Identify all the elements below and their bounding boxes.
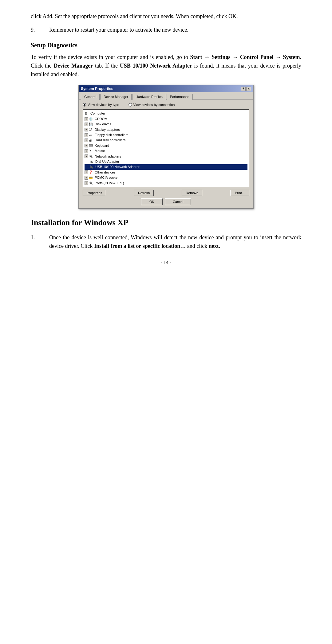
step-9-text: Remember to restart your computer to act… (49, 26, 301, 34)
pcmcia-icon: 💳 (89, 176, 94, 180)
mouse-icon: 🖱 (89, 149, 94, 153)
system-devices-icon: 🖥 (89, 186, 94, 188)
tab-hardware-profiles[interactable]: Hardware Profiles (132, 94, 166, 100)
disk-icon: 💾 (89, 122, 94, 127)
radio-by-type[interactable]: View devices by type (83, 103, 119, 107)
dialog-action-buttons: Properties Refresh Remove Print... (83, 190, 249, 196)
dialog-titlebar: System Properties ? × (79, 85, 253, 92)
keyboard-icon: ⌨ (89, 143, 94, 148)
refresh-button[interactable]: Refresh (134, 190, 154, 196)
intro-text: click Add. Set the appropriate protocols… (31, 13, 238, 19)
tree-item-computer[interactable]: 🖥 Computer (85, 111, 247, 116)
tree-item-harddisk[interactable]: + 🖨 Hard disk controllers (85, 138, 247, 143)
cancel-button[interactable]: Cancel (165, 198, 191, 205)
usb-adapter-icon: 🔌 (89, 165, 94, 169)
tab-device-manager[interactable]: Device Manager (100, 94, 132, 100)
radio-by-connection[interactable]: View devices by connection (128, 103, 175, 107)
pcmcia-expand: + (85, 176, 88, 180)
diagnostics-paragraph: To verify if the device exists in your c… (31, 53, 301, 79)
disk-expand: + (85, 123, 88, 126)
step-9-number: 9. (31, 26, 49, 34)
dialog-body: View devices by type View devices by con… (79, 100, 253, 208)
tab-general[interactable]: General (81, 94, 100, 100)
print-button[interactable]: Print... (230, 190, 249, 196)
radio-by-connection-label: View devices by connection (133, 103, 175, 107)
diag-text-1: To verify if the device exists in your c… (31, 54, 301, 77)
harddisk-icon: 🖨 (89, 138, 94, 142)
tree-item-floppy[interactable]: + 🖨 Floppy disk controllers (85, 132, 247, 138)
tree-item-pcmcia[interactable]: + 💳 PCMCIA socket (85, 175, 247, 180)
network-icon: 🔌 (89, 154, 94, 158)
dialog-ok-cancel: OK Cancel (83, 198, 249, 205)
windows-xp-heading: Installation for Windows XP (31, 218, 301, 227)
properties-button[interactable]: Properties (83, 190, 106, 196)
tree-item-usb-adapter[interactable]: 🔌 USB 10/100 Network Adapter (85, 164, 247, 170)
other-expand: + (85, 170, 88, 174)
display-expand: + (85, 128, 88, 131)
radio-by-type-label: View devices by type (88, 103, 119, 107)
step-9: 9. Remember to restart your computer to … (31, 26, 301, 34)
system-devices-expand: + (85, 187, 88, 188)
tree-item-dialup[interactable]: 🔌 Dial-Up Adapter (85, 159, 247, 164)
ok-button[interactable]: OK (141, 198, 163, 205)
radio-by-type-circle (83, 103, 86, 107)
setup-diagnostics-heading: Setup Diagnostics (31, 42, 301, 49)
dialup-icon: 🔌 (89, 160, 94, 164)
harddisk-expand: + (85, 139, 88, 142)
ports-expand: + (85, 181, 88, 185)
view-radio-group: View devices by type View devices by con… (83, 103, 249, 107)
step-1-number: 1. (31, 233, 49, 251)
radio-by-connection-circle (128, 103, 132, 107)
tree-item-mouse[interactable]: + 🖱 Mouse (85, 148, 247, 154)
tree-item-keyboard[interactable]: + ⌨ Keyboard (85, 143, 247, 148)
close-button[interactable]: × (246, 87, 251, 91)
tree-item-disk-drives[interactable]: + 💾 Disk drives (85, 122, 247, 127)
tree-item-other[interactable]: + ❓ Other devices (85, 170, 247, 175)
dialog-tabs: General Device Manager Hardware Profiles… (79, 92, 253, 100)
page-number: - 14 - (31, 260, 301, 265)
tree-item-cdrom[interactable]: + 💿 CDROM (85, 116, 247, 122)
dialog-title: System Properties (81, 87, 113, 91)
display-icon: 🖵 (89, 127, 94, 132)
tree-item-system-devices[interactable]: + 🖥 System devices (85, 186, 247, 188)
titlebar-buttons: ? × (241, 87, 251, 91)
system-properties-dialog: System Properties ? × General Device Man… (78, 85, 254, 209)
step-1-content: Once the device is well connected, Windo… (49, 233, 301, 251)
cdrom-expand: + (85, 117, 88, 121)
help-button[interactable]: ? (241, 87, 246, 91)
other-icon: ❓ (89, 170, 94, 174)
ports-icon: 🔌 (89, 181, 94, 185)
tree-item-ports[interactable]: + 🔌 Ports (COM & LPT) (85, 181, 247, 186)
computer-icon: 🖥 (85, 111, 89, 116)
network-expand: - (85, 154, 88, 158)
device-tree[interactable]: 🖥 Computer + 💿 CDROM + 💾 Disk drives + 🖵… (83, 109, 249, 187)
floppy-expand: + (85, 133, 88, 137)
remove-button[interactable]: Remove (182, 190, 202, 196)
floppy-icon: 🖨 (89, 133, 94, 137)
tree-item-display[interactable]: + 🖵 Display adapters (85, 127, 247, 132)
tab-performance[interactable]: Performance (167, 94, 193, 100)
mouse-expand: + (85, 149, 88, 153)
tree-item-network-adapters[interactable]: - 🔌 Network adapters (85, 154, 247, 159)
step-1: 1. Once the device is well connected, Wi… (31, 233, 301, 251)
keyboard-expand: + (85, 144, 88, 147)
intro-text-block: click Add. Set the appropriate protocols… (31, 12, 301, 21)
usb-adapter-label: USB 10/100 Network Adapter (95, 165, 140, 169)
cdrom-icon: 💿 (89, 117, 94, 121)
